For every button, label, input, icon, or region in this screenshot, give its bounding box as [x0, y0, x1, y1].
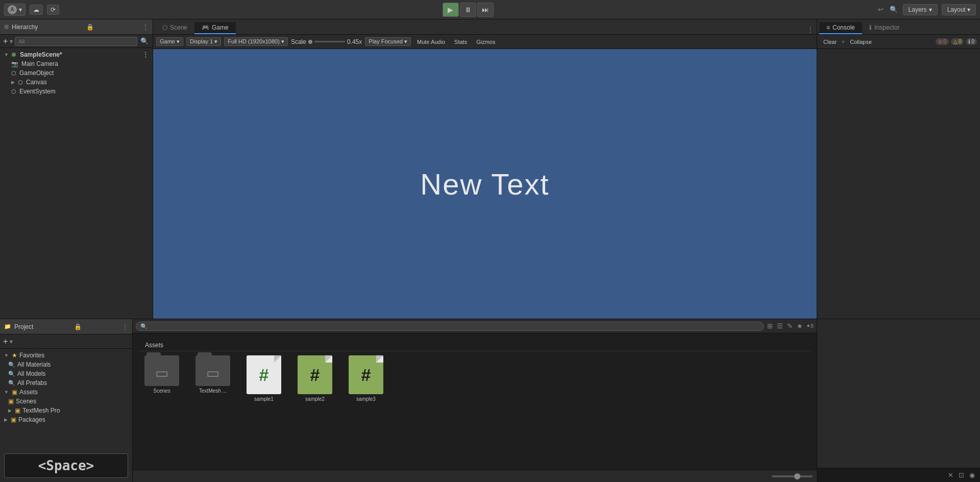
- history-button[interactable]: ⟳: [47, 5, 59, 15]
- inspector-tab-icon: ℹ: [869, 24, 872, 31]
- sample2-label: sample2: [305, 396, 325, 402]
- assets-view-btn-1[interactable]: ⊞: [766, 321, 774, 331]
- project-add-button[interactable]: +: [3, 337, 8, 346]
- project-scenes[interactable]: ▣ Scenes: [0, 397, 132, 406]
- layout-dropdown[interactable]: Layout ▾: [942, 4, 976, 15]
- assets-chevron: ▼: [4, 390, 9, 395]
- console-clear-button[interactable]: Clear: [820, 38, 840, 46]
- sample3-label: sample3: [356, 396, 376, 402]
- account-button[interactable]: A ▾: [4, 4, 26, 16]
- tab-game[interactable]: 🎮 Game: [194, 22, 236, 34]
- scale-track[interactable]: [314, 41, 345, 42]
- asset-sample3[interactable]: # sample3: [343, 353, 389, 404]
- packages-folder-icon: ▣: [11, 416, 16, 423]
- console-badges: ⊘ 0 △ 0 ℹ 0: [936, 38, 977, 45]
- packages-chevron: ▶: [4, 417, 8, 422]
- play-controls: ▶ ⏸ ⏭: [443, 3, 494, 17]
- top-bar-right: ↩ 🔍 Layers ▾ Layout ▾: [877, 4, 976, 15]
- project-packages-section[interactable]: ▶ ▣ Packages: [0, 415, 132, 424]
- assets-view-btn-2[interactable]: ☰: [776, 321, 784, 331]
- project-toolbar: + ▾: [0, 334, 132, 349]
- zoom-thumb[interactable]: [794, 473, 800, 479]
- resolution-dropdown[interactable]: Full HD (1920x1080) ▾: [224, 37, 288, 46]
- play-focused-dropdown[interactable]: Play Focused ▾: [365, 37, 411, 46]
- scenes-folder-icon: ▣: [8, 398, 14, 405]
- hierarchy-canvas[interactable]: ▶ ⬡ Canvas: [0, 78, 153, 87]
- project-title: Project: [14, 323, 33, 330]
- cloud-button[interactable]: ☁: [30, 5, 43, 15]
- undo-button[interactable]: ↩: [877, 5, 885, 14]
- cube-icon: ⬡: [11, 70, 16, 77]
- hierarchy-eventsystem[interactable]: ⬡ EventSystem: [0, 87, 153, 96]
- assets-toolbar-icons: ⊞ ☰ ✎ ★ ✦8: [766, 321, 814, 331]
- hash-icon-2: #: [310, 365, 320, 385]
- project-lock-icon[interactable]: 🔒: [74, 323, 82, 330]
- project-all-prefabs[interactable]: 🔍 All Prefabs: [0, 378, 132, 388]
- scene-menu-icon[interactable]: ⋮: [142, 51, 149, 58]
- hierarchy-search-button[interactable]: 🔍: [139, 36, 150, 46]
- project-favorites-section[interactable]: ▼ ★ Favorites: [0, 351, 132, 360]
- tab-scene[interactable]: ⬡ Scene: [155, 22, 194, 34]
- textmesh-folder-icon: ▣: [15, 407, 20, 414]
- project-menu-icon[interactable]: ⋮: [122, 323, 128, 330]
- search-icon-2: 🔍: [8, 371, 15, 377]
- top-bar-center: ▶ ⏸ ⏭: [443, 3, 494, 17]
- scale-dot: [308, 40, 312, 44]
- zoom-slider[interactable]: [772, 475, 813, 477]
- canvas-label: Canvas: [26, 79, 47, 86]
- status-icon-1[interactable]: ✕: [947, 470, 954, 480]
- stats-button[interactable]: Stats: [451, 38, 470, 46]
- assets-grid: ▭ Scenes ▭ TextMesh ... # sample1: [139, 353, 811, 404]
- assets-search-input[interactable]: [136, 322, 764, 331]
- project-textmesh[interactable]: ▶ ▣ TextMesh Pro: [0, 406, 132, 415]
- layers-dropdown[interactable]: Layers ▾: [903, 4, 938, 15]
- assets-bottom-bar: [133, 470, 817, 482]
- center-tab-menu[interactable]: ⋮: [806, 25, 815, 34]
- project-assets-section[interactable]: ▼ ▣ Assets: [0, 388, 132, 397]
- hierarchy-header: ⊞ Hierarchy 🔒 ⋮: [0, 19, 153, 35]
- error-badge: ⊘ 0: [936, 38, 949, 45]
- assets-panel: ⊞ ☰ ✎ ★ ✦8 Assets ▭ Scenes: [133, 319, 817, 482]
- hierarchy-main-camera[interactable]: 📷 Main Camera: [0, 59, 153, 68]
- sample3-script-icon: #: [349, 355, 383, 394]
- tab-console[interactable]: ≡ Console: [819, 22, 862, 34]
- project-all-models[interactable]: 🔍 All Models: [0, 369, 132, 378]
- console-collapse-button[interactable]: Collapse: [847, 38, 875, 46]
- play-button[interactable]: ▶: [443, 3, 459, 17]
- search-global-button[interactable]: 🔍: [889, 5, 899, 14]
- project-all-materials[interactable]: 🔍 All Materials: [0, 360, 132, 369]
- display-dropdown[interactable]: Display 1 ▾: [186, 37, 221, 46]
- textmesh-chevron: ▶: [8, 408, 12, 413]
- sample1-script-icon: #: [247, 355, 281, 394]
- folder-body-icon-2: ▭: [206, 365, 219, 381]
- asset-scenes[interactable]: ▭ Scenes: [139, 353, 185, 396]
- center-tab-bar: ⬡ Scene 🎮 Game ⋮: [153, 19, 817, 35]
- info-badge: ℹ 0: [966, 38, 977, 45]
- asset-sample2[interactable]: # sample2: [292, 353, 338, 404]
- asset-textmesh[interactable]: ▭ TextMesh ...: [190, 353, 236, 396]
- project-header: 📁 Project 🔒 ⋮: [0, 319, 132, 334]
- hierarchy-gameobject[interactable]: ⬡ GameObject: [0, 68, 153, 78]
- assets-fav-btn[interactable]: ★: [796, 321, 804, 331]
- warn-badge: △ 0: [951, 38, 964, 45]
- gizmos-button[interactable]: Gizmos: [473, 38, 498, 46]
- tab-inspector[interactable]: ℹ Inspector: [862, 22, 906, 34]
- hierarchy-menu-icon[interactable]: ⋮: [142, 23, 149, 31]
- step-button[interactable]: ⏭: [477, 3, 494, 17]
- pause-button[interactable]: ⏸: [460, 3, 476, 17]
- textmesh-folder-graphic: ▭: [195, 355, 230, 386]
- asset-sample1[interactable]: # sample1: [241, 353, 287, 404]
- hierarchy-scene-item[interactable]: ▼ SampleScene* ⋮: [0, 50, 153, 59]
- assets-filter-btn[interactable]: ✎: [786, 321, 794, 331]
- assets-view: Assets ▭ Scenes ▭ TextMesh ...: [133, 333, 817, 470]
- scale-control: Scale 0.45x: [291, 38, 362, 45]
- game-dropdown[interactable]: Game ▾: [156, 37, 183, 46]
- hierarchy-add-button[interactable]: +: [3, 37, 8, 46]
- project-left-panel: 📁 Project 🔒 ⋮ + ▾ ▼ ★ Favorites 🔍 All Ma…: [0, 319, 133, 482]
- hierarchy-lock-icon[interactable]: 🔒: [86, 23, 94, 31]
- status-icon-3[interactable]: ◉: [968, 470, 976, 480]
- scenes-folder-graphic: ▭: [144, 355, 179, 386]
- mute-audio-button[interactable]: Mute Audio: [414, 38, 448, 46]
- hierarchy-search-input[interactable]: [15, 37, 137, 46]
- status-icon-2[interactable]: ⊡: [958, 470, 965, 480]
